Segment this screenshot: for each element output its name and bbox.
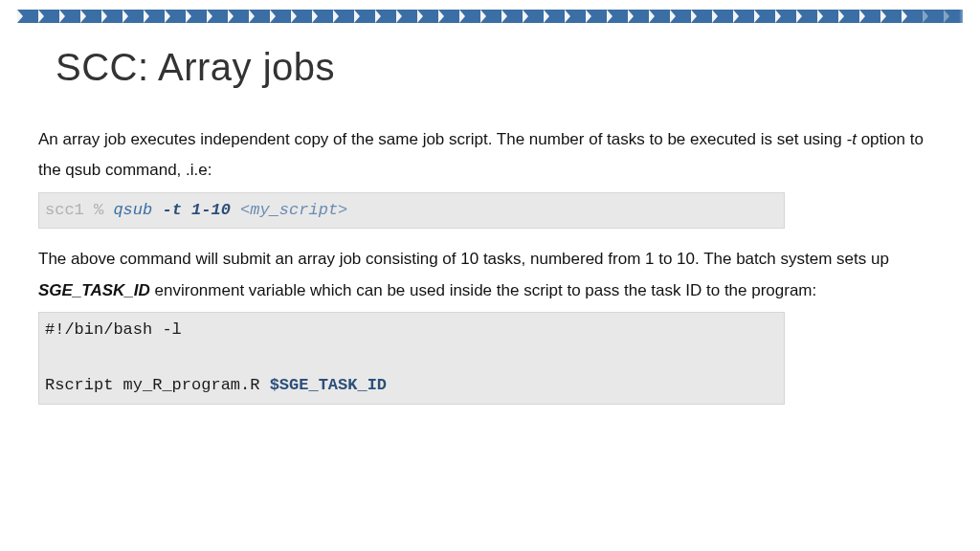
decorative-ribbon (17, 10, 963, 23)
paragraph-intro: An array job executes independent copy o… (38, 124, 942, 187)
code-block-script: #!/bin/bash -l Rscript my_R_program.R $S… (38, 312, 785, 405)
slide-content: An array job executes independent copy o… (38, 124, 942, 420)
paragraph-explain: The above command will submit an array j… (38, 244, 942, 306)
slide: SCC: Array jobs An array job executes in… (0, 0, 980, 551)
ribbon-icon (17, 10, 963, 23)
svg-rect-2 (917, 10, 963, 23)
code-block-qsub: scc1 % qsub -t 1-10 <my_script> (38, 192, 785, 230)
svg-rect-1 (17, 10, 963, 23)
slide-title: SCC: Array jobs (56, 46, 335, 89)
